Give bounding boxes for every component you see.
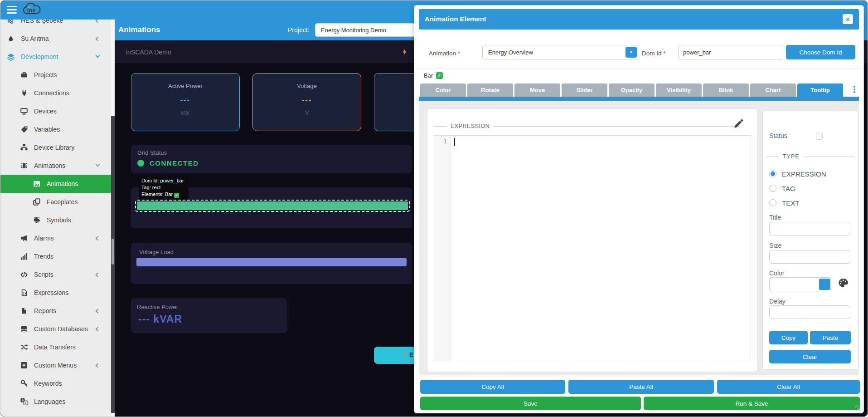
chevron-down-icon (96, 162, 100, 167)
paste-all-button[interactable]: Paste All (568, 380, 714, 394)
tooltip-line: Dom Id: power_bar (141, 177, 186, 184)
dom-id-input[interactable] (678, 45, 782, 59)
sidebar-item-hes-ebeke[interactable]: HES & Şebeke (0, 20, 111, 29)
sidebar-item-variables[interactable]: Variables (0, 120, 111, 138)
edit-pencil-icon[interactable] (734, 119, 743, 130)
size-input[interactable] (769, 250, 850, 264)
sidebar-item-alarms[interactable]: Alarms (0, 229, 111, 247)
tooltip-settings-panel: Status TYPE EXPRESSIONTAGTEXT Title Size… (762, 111, 858, 370)
clear-all-button[interactable]: Clear All (717, 380, 860, 394)
clear-button[interactable]: Clear (769, 350, 851, 363)
waves-icon (6, 20, 15, 24)
card-unit: V (305, 109, 309, 116)
sidebar-scrollbar-dark-region (111, 116, 115, 413)
sidebar-item-scripts[interactable]: Scripts (0, 265, 111, 284)
tab-blink[interactable]: Blink (703, 83, 749, 97)
sidebar: HES & ŞebekeSu ArıtmaDevelopmentProjects… (0, 20, 115, 417)
tab-opacity[interactable]: Opacity (609, 83, 655, 97)
color-label: Color (769, 270, 784, 277)
caret-down-icon[interactable]: ▼ (626, 47, 637, 58)
sidebar-item-label: Keywords (34, 380, 62, 387)
tab-move[interactable]: Move (514, 83, 560, 97)
sidebar-item-label: Symbols (47, 216, 71, 224)
clone-icon (32, 198, 41, 206)
status-checkbox[interactable] (816, 133, 823, 140)
tooltip-line: Tag: rect (141, 184, 186, 191)
sidebar-item-development[interactable]: Development (0, 48, 111, 66)
sidebar-item-languages[interactable]: AzLanguages (0, 392, 111, 411)
language-icon: Az (19, 398, 29, 405)
delay-input[interactable] (769, 305, 850, 319)
sidebar-item-faceplates[interactable]: Faceplates (0, 193, 111, 211)
tooltip-line: Elements: Bar✓ (141, 191, 186, 198)
edit-button-label: E (409, 351, 413, 358)
palette-icon[interactable] (838, 278, 849, 289)
title-input[interactable] (769, 222, 850, 235)
chevron-left-icon (96, 327, 100, 332)
sidebar-item-custom-menus[interactable]: Custom Menus (0, 356, 111, 374)
sidebar-item-animations[interactable]: Animations (0, 175, 111, 193)
resize-handle[interactable] (854, 405, 860, 411)
tab-rotate[interactable]: Rotate (467, 83, 513, 97)
reactive-power-label: Reactive Power (137, 304, 178, 310)
element-badge-label: Bar- (424, 72, 435, 79)
hamburger-menu-icon[interactable] (7, 6, 17, 14)
radio-unselected-icon[interactable] (769, 185, 776, 192)
animation-select[interactable]: Energy Overview ▼ (482, 45, 639, 59)
power-load-bar[interactable] (137, 201, 408, 210)
tab-visibility[interactable]: Visibility (656, 83, 702, 97)
sidebar-item-label: Devices (34, 108, 57, 115)
kpi-card-voltage: Voltage---V (252, 73, 361, 131)
sidebar-item-reports[interactable]: Reports (0, 302, 111, 320)
grid-status-panel: Grid Status CONNECTED (131, 145, 412, 173)
editor-line-gutter: 1 (434, 136, 451, 361)
expression-code-editor[interactable]: 1 (434, 135, 751, 361)
text-cursor (454, 138, 455, 146)
element-badge: Bar- ✓ (424, 72, 443, 79)
lightning-bolt-icon (402, 351, 407, 359)
sidebar-item-data-transfers[interactable]: Data Transfers (0, 338, 111, 356)
type-radio-expression[interactable]: EXPRESSION (769, 167, 826, 181)
drop-icon (6, 35, 15, 42)
save-button[interactable]: Save (420, 397, 641, 410)
copy-all-button[interactable]: Copy All (420, 380, 565, 394)
tab-tooltip[interactable]: Tooltip (797, 83, 843, 97)
size-label: Size (769, 242, 781, 249)
run-and-save-button[interactable]: Run & Save (644, 397, 860, 410)
sidebar-item-devices[interactable]: Devices (0, 102, 111, 120)
sidebar-item-animations[interactable]: Animations (0, 157, 111, 175)
voltage-load-bar[interactable] (136, 258, 407, 266)
caret-square-icon (19, 362, 29, 369)
choose-dom-id-button[interactable]: Choose Dom Id (786, 45, 855, 59)
radio-selected-icon[interactable] (769, 170, 776, 177)
selected-element-outline[interactable] (135, 200, 410, 212)
selection-tooltip: Dom Id: power_barTag: rectElements: Bar✓ (139, 176, 189, 200)
sidebar-item-label: Trends (34, 253, 53, 260)
tab-chart[interactable]: Chart (750, 83, 796, 97)
sidebar-item-custom-databases[interactable]: Custom Databases (0, 320, 111, 338)
tab-slider[interactable]: Slider (562, 83, 607, 97)
paste-button[interactable]: Paste (810, 331, 851, 344)
copy-button[interactable]: Copy (769, 331, 808, 344)
sidebar-item-connections[interactable]: Connections (0, 84, 111, 102)
radio-unselected-icon[interactable] (769, 199, 776, 206)
sidebar-item-projects[interactable]: Projects (0, 66, 111, 84)
edit-mode-button[interactable]: E (374, 347, 417, 364)
sidebar-item-su-ar-tma[interactable]: Su Arıtma (0, 29, 111, 48)
type-radio-text[interactable]: TEXT (769, 196, 826, 210)
sidebar-item-keywords[interactable]: Keywords (0, 374, 111, 392)
sidebar-item-label: Faceplates (47, 198, 78, 206)
sidebar-item-trends[interactable]: Trends (0, 247, 111, 265)
color-swatch[interactable] (819, 279, 830, 290)
type-radio-tag[interactable]: TAG (769, 181, 826, 196)
color-input[interactable] (769, 277, 832, 291)
more-tabs-icon[interactable] (852, 86, 857, 95)
svg-text:ins: ins (27, 7, 36, 14)
sidebar-item-expressions[interactable]: Expressions (0, 284, 111, 302)
close-icon[interactable]: × (843, 14, 853, 24)
tab-color[interactable]: Color (420, 83, 466, 97)
required-mark: * (458, 50, 460, 57)
sidebar-item-symbols[interactable]: Symbols (0, 211, 111, 229)
sidebar-scrollbar-thumb[interactable] (112, 239, 114, 265)
sidebar-item-device-library[interactable]: Device Library (0, 138, 111, 157)
